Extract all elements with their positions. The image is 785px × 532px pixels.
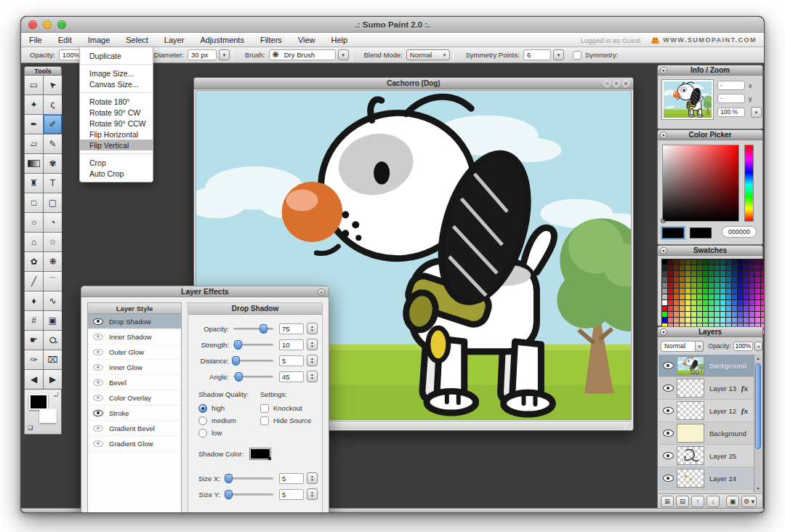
delete-layer-button[interactable]: ⊟	[676, 496, 689, 507]
stepper-buttons[interactable]: ▴▾	[307, 339, 318, 350]
layer-blend-mode-select[interactable]: Normal	[661, 341, 696, 352]
color-swatch[interactable]	[755, 289, 760, 294]
color-swatch[interactable]	[685, 312, 691, 317]
color-swatch[interactable]	[732, 312, 737, 317]
color-swatch[interactable]	[749, 265, 754, 270]
dialog-close-button[interactable]: ✕	[318, 289, 325, 296]
tool-gear-shape[interactable]: ❋	[44, 252, 62, 271]
color-swatch[interactable]	[697, 318, 702, 323]
color-swatch[interactable]	[714, 318, 720, 323]
menubar-item-select[interactable]: Select	[118, 33, 156, 47]
color-swatch[interactable]	[685, 318, 691, 323]
slider-track[interactable]	[225, 477, 273, 480]
layer-effects-badge[interactable]: fx	[741, 406, 748, 415]
color-swatch[interactable]	[685, 300, 691, 305]
tool-frame[interactable]: ▣	[44, 311, 62, 330]
color-swatch[interactable]	[714, 312, 720, 317]
color-swatch[interactable]	[691, 318, 696, 323]
color-swatch[interactable]	[709, 277, 714, 282]
color-swatch[interactable]	[738, 289, 743, 294]
resize-grip[interactable]	[624, 422, 632, 430]
symmetry-checkbox[interactable]	[573, 51, 581, 60]
layer-row-layer-12-2[interactable]: Layer 12fx	[659, 400, 754, 422]
stepper-buttons[interactable]: ▴▾	[307, 371, 318, 382]
color-swatch[interactable]	[749, 306, 754, 311]
radio-icon[interactable]	[198, 416, 207, 425]
color-swatch[interactable]	[668, 312, 673, 317]
color-swatch[interactable]	[691, 312, 696, 317]
menubar-item-edit[interactable]: Edit	[50, 33, 80, 47]
color-swatch[interactable]	[697, 283, 702, 288]
image-menu-item-duplicate[interactable]: Duplicate	[80, 50, 153, 61]
color-swatch[interactable]	[697, 277, 702, 282]
color-swatch[interactable]	[738, 312, 743, 317]
move-layer-down-button[interactable]: ↓	[706, 496, 720, 507]
image-menu-item-flip-vertical[interactable]: Flip Vertical	[80, 140, 153, 150]
slider-thumb[interactable]	[232, 356, 240, 366]
color-swatch[interactable]	[703, 289, 708, 294]
swap-colors-icon[interactable]: ⤾	[54, 392, 59, 399]
stepper-buttons[interactable]: ▴▾	[307, 355, 318, 366]
tool-gradient[interactable]	[25, 154, 43, 173]
color-swatch[interactable]	[732, 300, 737, 305]
layer-style-drop-shadow[interactable]: Drop Shadow	[88, 314, 181, 329]
color-swatch[interactable]	[703, 306, 708, 311]
tools-palette-title[interactable]: Tools	[24, 66, 62, 76]
color-swatch[interactable]	[668, 306, 673, 311]
tool-stamp[interactable]: ♜	[25, 174, 43, 193]
layer-style-inner-glow[interactable]: Inner Glow	[88, 360, 181, 375]
tool-pencil[interactable]: ✎	[44, 134, 62, 153]
color-swatch[interactable]	[709, 312, 714, 317]
window-titlebar[interactable]: .: Sumo Paint 2.0 :.	[21, 17, 764, 33]
color-swatch[interactable]	[744, 312, 749, 317]
color-swatch[interactable]	[685, 306, 691, 311]
color-swatch[interactable]	[674, 306, 679, 311]
tool-rect-select[interactable]: ▭	[25, 76, 43, 94]
tool-trash[interactable]: ⌧	[44, 350, 62, 369]
color-swatch[interactable]	[703, 277, 708, 282]
color-swatch[interactable]	[761, 277, 765, 282]
color-swatch[interactable]	[761, 265, 765, 270]
color-swatch[interactable]	[749, 277, 754, 282]
color-swatch[interactable]	[674, 300, 679, 305]
color-swatch[interactable]	[668, 259, 673, 265]
color-swatch[interactable]	[662, 289, 667, 294]
color-swatch[interactable]	[749, 318, 754, 323]
color-swatch[interactable]	[674, 265, 679, 270]
color-swatch[interactable]	[680, 312, 685, 317]
layer-row-background-0[interactable]: Background	[659, 355, 754, 377]
slider-track[interactable]	[233, 344, 273, 346]
secondary-color-swatch[interactable]	[690, 227, 712, 238]
stepper-down-icon[interactable]: ▾	[311, 329, 313, 332]
color-swatch[interactable]	[749, 289, 754, 294]
collapse-icon[interactable]: ▾	[660, 132, 667, 139]
color-swatch[interactable]	[738, 294, 743, 299]
color-swatch[interactable]	[691, 294, 696, 299]
background-color-swatch[interactable]	[39, 408, 57, 423]
color-swatch[interactable]	[744, 265, 749, 270]
color-swatch[interactable]	[714, 300, 720, 305]
color-swatch[interactable]	[749, 300, 754, 305]
color-swatch[interactable]	[720, 283, 725, 288]
color-swatch[interactable]	[749, 294, 754, 299]
layer-style-gradient-bevel[interactable]: Gradient Bevel	[88, 421, 181, 436]
image-menu-item-crop[interactable]: Crop	[80, 157, 153, 168]
new-layer-button[interactable]: ⊞	[661, 496, 674, 507]
color-swatch[interactable]	[691, 289, 696, 294]
zoom-dropdown-button[interactable]: ▼	[751, 107, 762, 118]
color-swatch[interactable]	[738, 318, 743, 323]
scroll-up-icon[interactable]: ▴	[754, 355, 762, 363]
color-swatch[interactable]	[720, 271, 725, 276]
color-swatch[interactable]	[726, 318, 731, 323]
diameter-field[interactable]: 30 px	[188, 49, 217, 60]
visibility-eye-icon[interactable]	[93, 349, 103, 355]
color-swatch[interactable]	[703, 283, 708, 288]
tool-magic-wand[interactable]: ✦	[25, 95, 43, 114]
blend-dropdown-button[interactable]: ▼	[696, 341, 704, 352]
visibility-eye-icon[interactable]	[93, 410, 103, 416]
layer-visibility-eye-icon[interactable]	[663, 384, 674, 392]
tool-hand[interactable]: ☛	[25, 331, 43, 350]
slider-value-field[interactable]: 10	[279, 339, 304, 350]
color-swatch[interactable]	[668, 265, 673, 270]
color-swatch[interactable]	[755, 306, 760, 311]
